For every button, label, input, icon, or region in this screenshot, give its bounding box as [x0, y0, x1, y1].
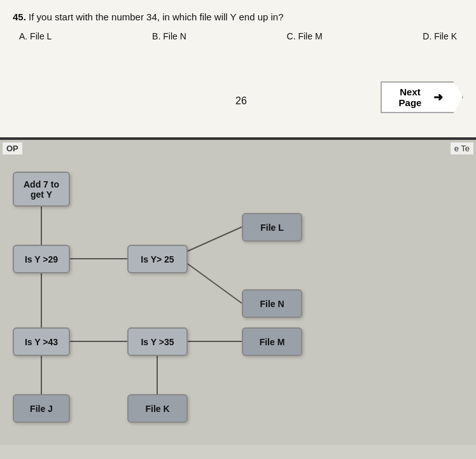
box-fileM: File M: [242, 327, 302, 356]
question-body: If you start with the number 34, in whic…: [29, 11, 284, 22]
option-d: D. File K: [423, 31, 457, 41]
box-isY35: Is Y >35: [127, 327, 188, 356]
options-row: A. File L B. File N C. File M D. File K: [13, 31, 463, 41]
option-c: C. File M: [287, 31, 323, 41]
question-text: 45. If you start with the number 34, in …: [13, 11, 463, 22]
box-fileL: File L: [242, 213, 302, 242]
svg-line-2: [188, 227, 242, 251]
box-isY29: Is Y >29: [13, 245, 70, 273]
e-te-label: e Te: [451, 142, 473, 154]
next-page-arrow-icon: ➜: [433, 90, 443, 104]
question-number: 45.: [13, 11, 26, 22]
page-number: 26: [235, 95, 247, 107]
op-label: OP: [3, 142, 22, 154]
box-add7: Add 7 to get Y: [13, 172, 70, 207]
top-section: 45. If you start with the number 34, in …: [0, 0, 476, 140]
option-a: A. File L: [19, 31, 52, 41]
box-fileN: File N: [242, 289, 302, 318]
next-page-label: Next Page: [393, 86, 427, 108]
box-fileK: File K: [127, 394, 188, 423]
box-isY43: Is Y >43: [13, 327, 70, 356]
box-fileJ: File J: [13, 394, 70, 423]
diagram-section: OP e Te Add 7 to get Y Is Y >29 Is Y> 25…: [0, 140, 476, 445]
box-isY25: Is Y> 25: [127, 245, 188, 273]
svg-line-3: [188, 264, 242, 303]
option-b: B. File N: [152, 31, 186, 41]
next-page-button[interactable]: Next Page ➜: [381, 81, 463, 113]
diagram-lines: [0, 140, 476, 445]
